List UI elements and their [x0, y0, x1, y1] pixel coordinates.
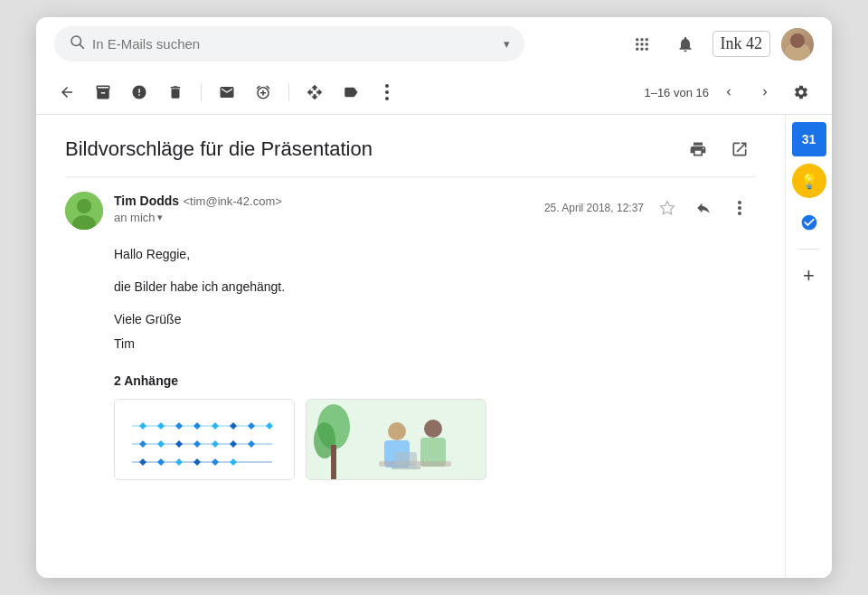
- svg-point-17: [738, 201, 741, 204]
- message-date: 25. April 2018, 12:37: [544, 202, 644, 214]
- svg-rect-10: [645, 47, 647, 50]
- body-text: die Bilder habe ich angehängt.: [114, 277, 756, 298]
- svg-marker-33: [175, 440, 183, 448]
- subject-actions: [682, 133, 756, 165]
- svg-marker-25: [175, 422, 183, 430]
- svg-rect-3: [640, 38, 643, 41]
- from-line: Tim Dodds <tim@ink-42.com> an mich ▾ 25.…: [114, 192, 756, 224]
- sender-info: Tim Dodds <tim@ink-42.com> an mich ▾: [114, 193, 282, 224]
- top-right-icons: Ink 42: [626, 28, 815, 61]
- message-meta: Tim Dodds <tim@ink-42.com> an mich ▾ 25.…: [114, 192, 756, 224]
- svg-rect-7: [645, 42, 647, 45]
- svg-rect-54: [392, 467, 420, 469]
- svg-marker-29: [248, 422, 255, 430]
- spam-button[interactable]: [123, 76, 156, 109]
- svg-point-12: [385, 90, 389, 94]
- separator-1: [201, 83, 202, 101]
- svg-marker-35: [212, 440, 219, 448]
- prev-page-button[interactable]: [712, 76, 745, 109]
- svg-rect-9: [640, 47, 643, 50]
- more-message-button[interactable]: [723, 192, 756, 224]
- svg-point-19: [738, 212, 741, 215]
- attachments-section: 2 Anhänge: [65, 373, 756, 480]
- apps-icon[interactable]: [626, 28, 658, 61]
- brand-logo[interactable]: Ink 42: [712, 31, 771, 57]
- attachments-title: 2 Anhänge: [114, 373, 756, 388]
- label-button[interactable]: [335, 76, 367, 109]
- svg-marker-28: [230, 422, 237, 430]
- to-me-text: an mich: [114, 211, 156, 224]
- star-button[interactable]: [651, 192, 684, 224]
- right-sidebar: 31 💡 +: [785, 115, 832, 578]
- content-area: Bildvorschläge für die Präsentation: [36, 115, 832, 578]
- body-signature: Tim: [114, 334, 756, 355]
- email-subject: Bildvorschläge für die Präsentation: [65, 137, 667, 161]
- message-header: Tim Dodds <tim@ink-42.com> an mich ▾ 25.…: [65, 192, 756, 230]
- top-bar: ▾ Ink 42: [36, 17, 832, 71]
- message-actions: [651, 192, 756, 224]
- svg-point-50: [424, 420, 442, 438]
- chevron-down-icon: ▾: [504, 37, 510, 51]
- search-box[interactable]: ▾: [54, 26, 524, 61]
- svg-marker-39: [157, 458, 165, 466]
- svg-rect-6: [640, 42, 643, 45]
- body-closing: Viele Grüße: [114, 309, 756, 331]
- move-button[interactable]: [298, 76, 331, 109]
- sender-name-row: Tim Dodds <tim@ink-42.com>: [114, 193, 282, 209]
- svg-rect-4: [645, 38, 647, 41]
- open-in-new-button[interactable]: [723, 133, 756, 165]
- sender-email: <tim@ink-42.com>: [184, 194, 282, 208]
- body-greeting: Hallo Reggie,: [114, 244, 756, 266]
- sidebar-separator: [798, 249, 820, 250]
- more-button[interactable]: [371, 76, 403, 109]
- email-main: Bildvorschläge für die Präsentation: [36, 115, 785, 578]
- attachment-chart[interactable]: [114, 399, 295, 480]
- calendar-sidebar-button[interactable]: 31: [792, 122, 826, 156]
- mark-button[interactable]: [211, 76, 243, 109]
- svg-marker-32: [157, 440, 165, 448]
- message-date-actions: 25. April 2018, 12:37: [544, 192, 756, 224]
- add-sidebar-button[interactable]: +: [792, 259, 826, 293]
- keep-sidebar-button[interactable]: 💡: [792, 164, 826, 198]
- settings-button[interactable]: [785, 76, 817, 109]
- gmail-window: ▾ Ink 42: [36, 17, 832, 578]
- snooze-button[interactable]: [247, 76, 279, 109]
- attachment-photo[interactable]: [306, 399, 486, 480]
- user-avatar[interactable]: [781, 28, 814, 61]
- photo-thumbnail: [307, 400, 486, 479]
- svg-marker-36: [230, 440, 237, 448]
- svg-marker-31: [139, 440, 146, 448]
- svg-rect-2: [636, 38, 638, 41]
- reply-button[interactable]: [687, 192, 720, 224]
- chart-thumbnail: [115, 400, 294, 479]
- print-button[interactable]: [682, 133, 714, 165]
- svg-marker-38: [139, 458, 146, 466]
- archive-button[interactable]: [87, 76, 119, 109]
- tasks-sidebar-button[interactable]: [792, 205, 826, 240]
- back-button[interactable]: [51, 76, 83, 109]
- svg-marker-41: [193, 458, 201, 466]
- pagination-text: 1–16 von 16: [644, 86, 709, 99]
- sender-avatar: [65, 192, 103, 230]
- search-input[interactable]: [92, 36, 496, 52]
- svg-marker-27: [212, 422, 219, 430]
- calendar-date-label: 31: [802, 132, 816, 146]
- message-body: Hallo Reggie, die Bilder habe ich angehä…: [65, 244, 756, 355]
- svg-marker-42: [212, 458, 219, 466]
- svg-marker-34: [193, 440, 201, 448]
- svg-rect-5: [636, 42, 638, 45]
- next-page-button[interactable]: [749, 76, 781, 109]
- to-me[interactable]: an mich ▾: [114, 211, 282, 224]
- email-message: Tim Dodds <tim@ink-42.com> an mich ▾ 25.…: [65, 176, 756, 495]
- pagination: 1–16 von 16: [644, 76, 817, 109]
- chevron-down-icon: ▾: [157, 212, 163, 223]
- svg-marker-30: [266, 422, 273, 430]
- svg-point-48: [388, 422, 406, 440]
- svg-marker-23: [139, 422, 146, 430]
- notifications-icon[interactable]: [669, 28, 702, 61]
- svg-point-11: [385, 84, 389, 88]
- sender-name: Tim Dodds: [114, 194, 179, 208]
- email-subject-area: Bildvorschläge für die Präsentation: [65, 115, 756, 176]
- delete-button[interactable]: [159, 76, 192, 109]
- attachments-list: [114, 399, 756, 480]
